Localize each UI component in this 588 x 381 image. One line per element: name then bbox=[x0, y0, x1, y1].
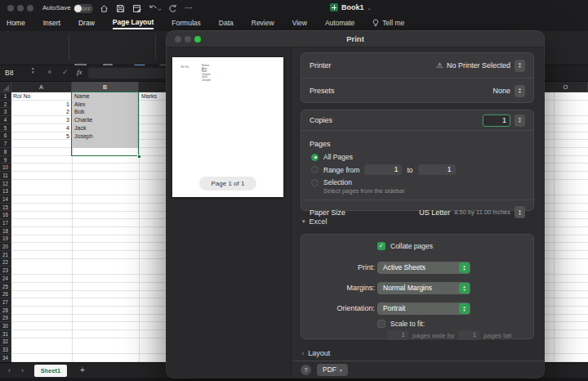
range-radio[interactable] bbox=[311, 166, 318, 173]
presets-select-stepper[interactable]: ▲▼ bbox=[514, 85, 525, 97]
printer-select-stepper[interactable]: ▲▼ bbox=[514, 60, 525, 72]
cell[interactable]: Rol No bbox=[13, 92, 30, 101]
row-header[interactable]: 21 bbox=[0, 251, 11, 259]
cell[interactable]: 1 bbox=[13, 101, 69, 109]
row-header[interactable]: 15 bbox=[0, 204, 11, 212]
cancel-entry-icon[interactable]: × bbox=[47, 68, 51, 76]
row-header[interactable]: 13 bbox=[0, 187, 11, 195]
cell[interactable]: 2 bbox=[13, 108, 69, 116]
autosave-toggle[interactable]: OFF bbox=[74, 4, 93, 13]
row-header[interactable]: 12 bbox=[0, 180, 11, 188]
row-header[interactable]: 22 bbox=[0, 258, 11, 267]
row-header[interactable]: 4 bbox=[0, 116, 11, 124]
tab-review[interactable]: Review bbox=[252, 19, 274, 29]
row-header[interactable]: 11 bbox=[0, 172, 11, 180]
selection-option[interactable]: Selection bbox=[310, 178, 525, 186]
row-header[interactable]: 28 bbox=[0, 307, 11, 315]
selection-radio[interactable] bbox=[311, 179, 318, 186]
scale-to-fit-checkbox[interactable] bbox=[377, 320, 385, 328]
minimize-window-button[interactable] bbox=[17, 5, 24, 11]
confirm-entry-icon[interactable]: ✓ bbox=[62, 68, 69, 76]
cell[interactable]: 4 bbox=[13, 124, 69, 132]
row-header[interactable]: 3 bbox=[0, 108, 11, 116]
edit-document-icon[interactable] bbox=[132, 4, 141, 13]
margins-dropdown[interactable]: Normal Margins ▲▼ bbox=[377, 282, 470, 294]
row-header[interactable]: 18 bbox=[0, 227, 11, 235]
column-header-o[interactable]: O bbox=[544, 82, 588, 92]
row-header[interactable]: 7 bbox=[0, 140, 11, 148]
name-box-stepper-icon[interactable]: ▲▼ bbox=[31, 67, 34, 74]
excel-section-header[interactable]: ▾ Excel bbox=[302, 217, 327, 226]
save-icon[interactable] bbox=[116, 4, 125, 13]
row-header[interactable]: 17 bbox=[0, 219, 11, 227]
tab-insert[interactable]: Insert bbox=[43, 19, 60, 29]
range-to-input[interactable]: 1 bbox=[418, 164, 456, 175]
tab-data[interactable]: Data bbox=[219, 19, 234, 29]
tab-tell-me[interactable]: Tell me bbox=[372, 19, 404, 29]
sheet-tab-sheet1[interactable]: Sheet1 bbox=[34, 365, 67, 377]
row-header[interactable]: 16 bbox=[0, 211, 11, 219]
column-header-c-partial[interactable] bbox=[139, 82, 167, 92]
copies-input[interactable]: 1 bbox=[483, 114, 510, 127]
name-box[interactable]: B8 bbox=[5, 69, 13, 77]
row-header[interactable]: 9 bbox=[0, 156, 11, 164]
undo-icon[interactable] bbox=[149, 4, 161, 13]
paper-size-stepper[interactable]: ▲▼ bbox=[514, 206, 525, 218]
copies-stepper[interactable]: ▲▼ bbox=[514, 114, 525, 127]
row-header[interactable]: 6 bbox=[0, 132, 11, 140]
row-header[interactable]: 27 bbox=[0, 298, 11, 307]
insert-function-icon[interactable]: fx bbox=[77, 68, 82, 76]
pages-tall-input[interactable]: 1 bbox=[458, 330, 479, 340]
select-all-corner[interactable] bbox=[0, 82, 11, 92]
range-option[interactable]: Range from 1 to 1 bbox=[310, 164, 525, 175]
row-header[interactable]: 34 bbox=[0, 354, 11, 362]
row-header[interactable]: 30 bbox=[0, 322, 11, 330]
zoom-window-button[interactable] bbox=[27, 5, 33, 11]
cell[interactable]: 3 bbox=[13, 116, 69, 124]
tab-home[interactable]: Home bbox=[7, 19, 25, 29]
row-header[interactable]: 2 bbox=[0, 101, 11, 109]
tab-view[interactable]: View bbox=[292, 19, 307, 29]
row-header[interactable]: 23 bbox=[0, 267, 11, 275]
row-header[interactable]: 26 bbox=[0, 290, 11, 298]
tab-automate[interactable]: Automate bbox=[325, 19, 354, 29]
row-header[interactable]: 29 bbox=[0, 314, 11, 322]
next-sheet-icon[interactable]: › bbox=[21, 366, 24, 374]
all-pages-option[interactable]: All Pages bbox=[310, 153, 525, 161]
help-button[interactable]: ? bbox=[301, 365, 311, 375]
pages-wide-input[interactable]: 1 bbox=[387, 330, 408, 340]
pdf-menu-button[interactable]: PDF▾ bbox=[317, 364, 348, 376]
document-title[interactable]: Book1 ⌄ bbox=[330, 3, 372, 11]
home-icon[interactable] bbox=[100, 4, 109, 13]
row-header[interactable]: 10 bbox=[0, 164, 11, 172]
collate-checkbox[interactable]: ✓ bbox=[377, 242, 385, 250]
row-header[interactable]: 19 bbox=[0, 235, 11, 243]
row-header[interactable]: 8 bbox=[0, 148, 11, 156]
range-from-input[interactable]: 1 bbox=[364, 164, 402, 175]
row-header[interactable]: 25 bbox=[0, 283, 11, 291]
more-commands-icon[interactable]: ⋯ bbox=[185, 4, 194, 12]
layout-section-header[interactable]: › Layout bbox=[302, 349, 330, 357]
cell[interactable]: 5 bbox=[13, 132, 69, 141]
close-window-button[interactable] bbox=[7, 5, 14, 11]
row-header[interactable]: 14 bbox=[0, 195, 11, 204]
row-header[interactable]: 33 bbox=[0, 346, 11, 354]
row-header[interactable]: 20 bbox=[0, 243, 11, 251]
orientation-dropdown[interactable]: Portrait ▲▼ bbox=[377, 303, 470, 315]
add-sheet-button[interactable]: + bbox=[80, 365, 85, 374]
column-header-a[interactable]: A bbox=[11, 82, 72, 92]
row-header[interactable]: 24 bbox=[0, 275, 11, 283]
tab-formulas[interactable]: Formulas bbox=[172, 19, 200, 29]
row-header[interactable]: 31 bbox=[0, 330, 11, 338]
all-pages-radio[interactable] bbox=[311, 154, 318, 161]
row-header[interactable]: 5 bbox=[0, 124, 11, 132]
redo-icon[interactable] bbox=[168, 4, 177, 13]
tab-draw[interactable]: Draw bbox=[78, 19, 95, 29]
selection-fill-handle[interactable] bbox=[137, 155, 141, 159]
row-header[interactable]: 1 bbox=[0, 92, 11, 101]
cell[interactable]: Marks bbox=[141, 92, 157, 101]
collate-row[interactable]: ✓ Collate pages bbox=[377, 242, 433, 250]
scale-to-fit-row[interactable]: Scale to fit: bbox=[377, 320, 425, 328]
prev-sheet-icon[interactable]: ‹ bbox=[8, 366, 11, 374]
print-what-dropdown[interactable]: Active Sheets ▲▼ bbox=[377, 262, 470, 274]
